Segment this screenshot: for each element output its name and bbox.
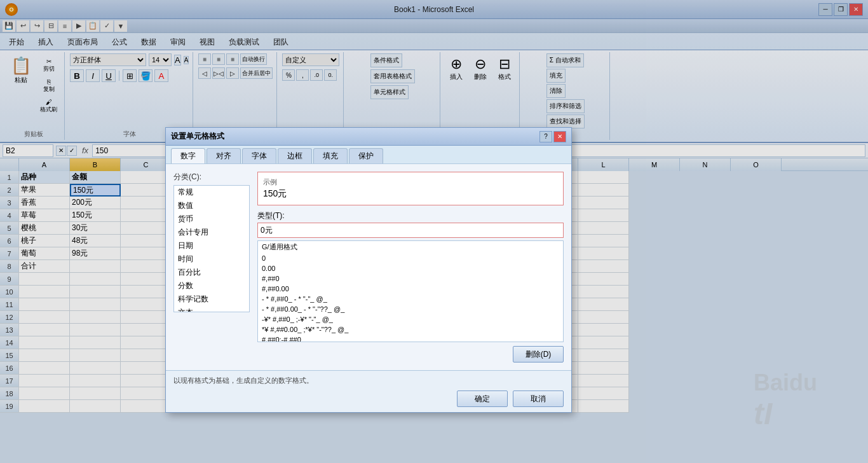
dialog-cancel-button[interactable]: 取消	[513, 390, 564, 407]
dialog-title: 设置单元格格式	[171, 131, 224, 142]
dialog-close-button[interactable]: ✕	[553, 131, 566, 142]
dialog-tab-align[interactable]: 对齐	[207, 148, 241, 163]
dialog-tab-protect[interactable]: 保护	[349, 148, 383, 163]
dialog-help-button[interactable]: ?	[539, 131, 552, 142]
dialog-footer: 以现有格式为基础，生成自定义的数字格式。 确定 取消	[166, 370, 571, 412]
format-item-custom2[interactable]: - * #,##0.00_ - * "-"??_ @_	[258, 304, 563, 314]
dialog-title-buttons: ? ✕	[539, 131, 566, 142]
format-item-hash0[interactable]: #,##0	[258, 273, 563, 284]
format-item-custom4[interactable]: *¥ #,##0.00_ ;*¥* "-"??_ @_	[258, 324, 563, 335]
category-label: 分类(C):	[173, 172, 250, 183]
format-item-custom1[interactable]: - * #,##0_ - * "-"_ @_	[258, 294, 563, 304]
format-item-0-00[interactable]: 0.00	[258, 263, 563, 273]
dialog-ok-button[interactable]: 确定	[457, 390, 508, 407]
category-item-currency[interactable]: 货币	[174, 212, 249, 226]
dialog-footer-text: 以现有格式为基础，生成自定义的数字格式。	[173, 376, 564, 385]
category-item-number[interactable]: 数值	[174, 199, 249, 212]
category-list[interactable]: 常规 数值 货币 会计专用 日期 时间 百分比 分数 科学记数 文本 特殊 自定…	[173, 185, 250, 312]
dialog-buttons: 确定 取消	[173, 390, 564, 407]
preview-value: 150元	[263, 188, 558, 200]
dialog-overlay: 设置单元格格式 ? ✕ 数字 对齐 字体 边框 填充 保护 分类(C): 常规 …	[0, 0, 868, 463]
dialog-body: 分类(C): 常规 数值 货币 会计专用 日期 时间 百分比 分数 科学记数 文…	[166, 164, 571, 370]
dialog-tab-border[interactable]: 边框	[278, 148, 312, 163]
delete-format-button[interactable]: 删除(D)	[513, 346, 564, 363]
category-item-general[interactable]: 常规	[174, 186, 249, 199]
category-item-accounting[interactable]: 会计专用	[174, 226, 249, 239]
format-item-hash0-00[interactable]: #,##0.00	[258, 284, 563, 294]
category-item-scientific[interactable]: 科学记数	[174, 293, 249, 306]
dialog-tab-fill[interactable]: 填充	[313, 148, 348, 163]
category-item-time[interactable]: 时间	[174, 252, 249, 266]
dialog-tabs: 数字 对齐 字体 边框 填充 保护	[166, 146, 571, 164]
right-section: 示例 150元 类型(T): G/通用格式 0 0.00 #,##0 #,##0…	[257, 172, 564, 363]
format-cells-dialog: 设置单元格格式 ? ✕ 数字 对齐 字体 边框 填充 保护 分类(C): 常规 …	[165, 127, 572, 413]
preview-label: 示例	[263, 177, 558, 187]
preview-box: 示例 150元	[257, 172, 564, 205]
category-item-fraction[interactable]: 分数	[174, 279, 249, 293]
format-list[interactable]: G/通用格式 0 0.00 #,##0 #,##0.00 - * #,##0_ …	[257, 240, 564, 342]
category-section: 分类(C): 常规 数值 货币 会计专用 日期 时间 百分比 分数 科学记数 文…	[173, 172, 250, 363]
format-item-0[interactable]: 0	[258, 253, 563, 263]
format-item-custom3[interactable]: -¥* #,##0_ ;-¥* "-"_ @_	[258, 314, 563, 324]
category-item-text[interactable]: 文本	[174, 306, 249, 312]
category-item-date[interactable]: 日期	[174, 239, 249, 252]
dialog-titlebar: 设置单元格格式 ? ✕	[166, 128, 571, 146]
type-input[interactable]	[257, 223, 564, 238]
format-item-hash-neg[interactable]: #,##0;-#,##0	[258, 335, 563, 342]
category-item-percent[interactable]: 百分比	[174, 266, 249, 279]
format-item-general[interactable]: G/通用格式	[258, 241, 563, 253]
type-label: 类型(T):	[257, 211, 564, 221]
dialog-tab-number[interactable]: 数字	[171, 148, 205, 163]
dialog-tab-font[interactable]: 字体	[242, 148, 276, 163]
